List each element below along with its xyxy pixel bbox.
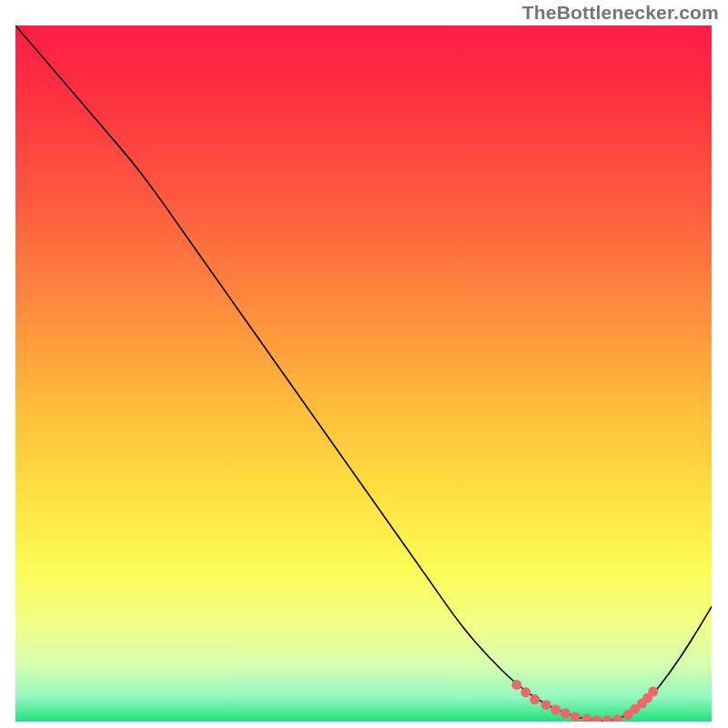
bottleneck-chart (15, 25, 712, 722)
chart-background (15, 25, 712, 722)
sweet-spot-dot (541, 700, 551, 710)
sweet-spot-dot (551, 705, 561, 715)
sweet-spot-dot (571, 712, 581, 722)
sweet-spot-dot (511, 680, 521, 690)
sweet-spot-dot (648, 687, 658, 697)
attribution-text: TheBottlenecker.com (522, 2, 719, 24)
sweet-spot-dot (530, 694, 540, 704)
sweet-spot-dot (521, 687, 531, 697)
sweet-spot-dot (561, 708, 571, 718)
chart-svg (15, 25, 712, 722)
